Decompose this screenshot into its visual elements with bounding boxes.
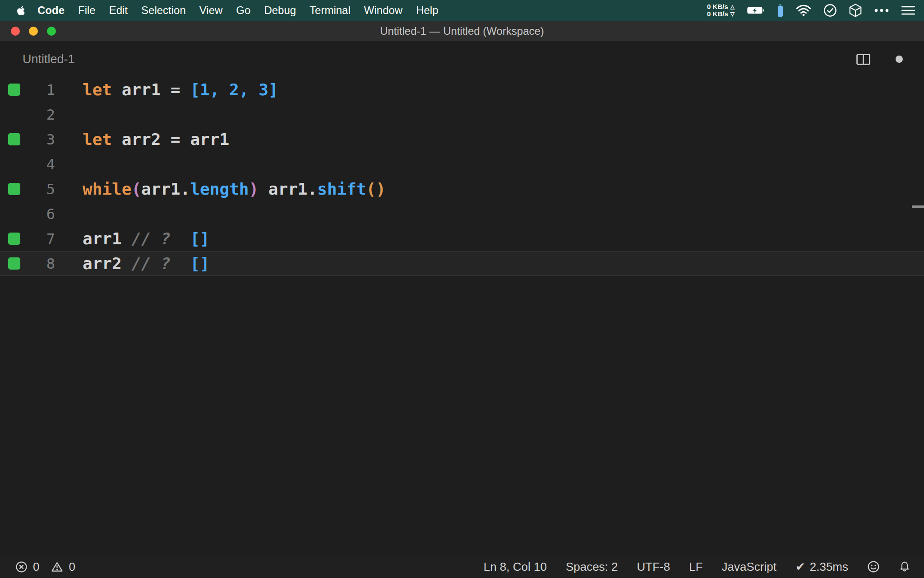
line-number: 4 (26, 156, 55, 173)
code-line-2[interactable]: 2 (0, 102, 924, 127)
upload-speed: 0 KB/s △ (707, 3, 735, 10)
wifi-icon[interactable] (796, 5, 811, 16)
menu-items: CodeFileEditSelectionViewGoDebugTerminal… (31, 0, 445, 21)
errors-count: 0 (33, 560, 39, 574)
network-speed-indicator[interactable]: 0 KB/s △ 0 KB/s ▽ (707, 3, 735, 18)
gutter-marker-column (0, 183, 26, 195)
check-icon: ✔ (795, 560, 805, 574)
token-comment: // ? (131, 229, 171, 248)
upload-speed-value: 0 KB/s (707, 3, 728, 10)
window-title-bar: Untitled-1 — Untitled (Workspace) (0, 21, 924, 41)
token-keyword: let (83, 80, 112, 99)
quokka-coverage-marker (8, 183, 20, 195)
quokka-coverage-marker (8, 133, 20, 145)
traffic-lights (11, 21, 56, 41)
quokka-coverage-marker (8, 257, 20, 270)
line-number: 8 (26, 255, 55, 272)
menu-item-file[interactable]: File (71, 4, 102, 17)
code-line-5[interactable]: 5while(arr1.length) arr1.shift() (0, 177, 924, 201)
menu-item-selection[interactable]: Selection (134, 4, 193, 17)
eol-sequence[interactable]: LF (689, 560, 702, 574)
code-line-3[interactable]: 3let arr2 = arr1 (0, 127, 924, 152)
menu-status-area: 0 KB/s △ 0 KB/s ▽ (707, 0, 915, 21)
download-arrow-icon: ▽ (730, 11, 735, 17)
menu-item-help[interactable]: Help (409, 4, 445, 17)
line-number: 6 (26, 205, 55, 223)
menu-left: CodeFileEditSelectionViewGoDebugTerminal… (11, 0, 445, 21)
zoom-button[interactable] (47, 27, 56, 36)
check-circle-icon[interactable] (823, 4, 837, 17)
menu-item-go[interactable]: Go (229, 4, 257, 17)
split-editor-icon[interactable] (856, 54, 870, 65)
menu-item-view[interactable]: View (193, 4, 230, 17)
tab-untitled-1[interactable]: Untitled-1 (23, 52, 75, 66)
gutter-marker-column (0, 257, 26, 270)
battery-charging-icon[interactable] (747, 5, 765, 15)
token-magenta: ) (249, 180, 259, 198)
menu-item-code[interactable]: Code (31, 4, 71, 17)
encoding[interactable]: UTF-8 (637, 560, 670, 574)
overview-ruler-marker[interactable] (912, 205, 924, 208)
code-line-7[interactable]: 7arr1 // ? [] (0, 226, 924, 251)
quokka-coverage-marker (8, 84, 20, 96)
download-speed-value: 0 KB/s (707, 10, 728, 18)
token-keyword: let (83, 130, 112, 149)
code-line-8[interactable]: 8arr2 // ? [] (0, 251, 924, 276)
token-plain: arr2 (83, 254, 131, 273)
download-speed: 0 KB/s ▽ (707, 10, 735, 18)
macos-menu-bar: CodeFileEditSelectionViewGoDebugTerminal… (0, 0, 924, 21)
apple-menu-icon[interactable] (11, 5, 31, 16)
token-plain: arr1. (141, 180, 190, 198)
indentation[interactable]: Spaces: 2 (566, 560, 618, 574)
token-plain (171, 254, 190, 273)
unsaved-changes-indicator[interactable] (896, 56, 903, 63)
editor-actions (856, 54, 903, 65)
code-text: arr1 // ? [] (83, 229, 210, 248)
problems-indicator[interactable]: 0 0 (15, 560, 75, 574)
token-magenta: ( (131, 180, 141, 198)
line-number: 1 (26, 81, 55, 98)
gutter-marker-column (0, 233, 26, 245)
menu-item-edit[interactable]: Edit (102, 4, 134, 17)
line-number: 3 (26, 131, 55, 148)
line-number: 2 (26, 106, 55, 123)
token-blue: [1, 2, 3] (190, 80, 278, 99)
close-button[interactable] (11, 27, 20, 36)
minimize-button[interactable] (29, 27, 38, 36)
quokka-status[interactable]: ✔ 2.35ms (795, 560, 848, 574)
token-comment: // ? (131, 254, 171, 273)
menu-item-debug[interactable]: Debug (257, 4, 303, 17)
token-plain: arr1 = (112, 80, 190, 99)
code-text: arr2 // ? [] (83, 254, 210, 273)
code-line-4[interactable]: 4 (0, 152, 924, 177)
token-keyword: while (83, 180, 131, 198)
menu-item-window[interactable]: Window (357, 4, 409, 17)
token-orange: () (366, 180, 386, 198)
code-line-1[interactable]: 1let arr1 = [1, 2, 3] (0, 77, 924, 102)
token-plain: arr1. (259, 180, 317, 198)
notifications-bell-icon[interactable] (899, 560, 910, 573)
menu-item-terminal[interactable]: Terminal (303, 4, 357, 17)
token-blue: [] (190, 254, 209, 273)
feedback-smiley-icon[interactable] (867, 560, 880, 573)
quokka-time: 2.35ms (810, 560, 848, 574)
editor: Untitled-1 1let arr1 = [1, 2, 3]23let ar… (0, 41, 924, 555)
token-blue: [] (190, 229, 209, 248)
code-line-6[interactable]: 6 (0, 201, 924, 226)
code-text: while(arr1.length) arr1.shift() (83, 180, 386, 198)
token-plain: arr2 = arr1 (112, 130, 229, 149)
warnings-icon (51, 561, 63, 573)
gutter-marker-column (0, 84, 26, 96)
cube-icon[interactable] (849, 4, 862, 17)
token-plain: arr1 (83, 229, 131, 248)
code-text: let arr1 = [1, 2, 3] (83, 80, 278, 99)
device-battery-icon[interactable] (777, 4, 784, 18)
cursor-position[interactable]: Ln 8, Col 10 (484, 560, 547, 574)
status-bar-right: Ln 8, Col 10 Spaces: 2 UTF-8 LF JavaScri… (484, 560, 910, 574)
menu-lines-icon[interactable] (901, 5, 915, 15)
screen: CodeFileEditSelectionViewGoDebugTerminal… (0, 0, 924, 578)
language-mode[interactable]: JavaScript (722, 560, 776, 574)
token-blue: shift (317, 180, 366, 198)
warnings-count: 0 (69, 560, 75, 574)
more-icon[interactable] (874, 9, 889, 12)
